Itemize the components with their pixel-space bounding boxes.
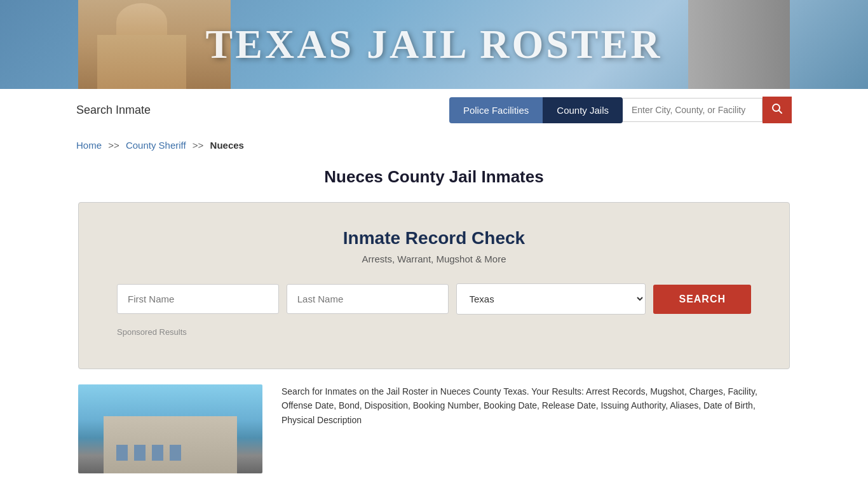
sponsored-label: Sponsored Results (117, 327, 751, 337)
search-icon (771, 103, 783, 114)
nav-right: Police Facilities County Jails (449, 97, 792, 123)
facility-search-button[interactable] (763, 97, 792, 123)
county-jails-button[interactable]: County Jails (543, 97, 623, 123)
police-facilities-button[interactable]: Police Facilities (449, 97, 543, 123)
site-title: Texas Jail Roster (206, 21, 663, 68)
building-windows (116, 445, 181, 461)
breadcrumb: Home >> County Sheriff >> Nueces (0, 131, 868, 159)
state-select[interactable]: AlabamaAlaskaArizonaArkansasCaliforniaCo… (456, 283, 646, 315)
breadcrumb-current: Nueces (210, 140, 244, 151)
last-name-input[interactable] (287, 284, 449, 314)
record-check-subtitle: Arrests, Warrant, Mugshot & More (117, 254, 751, 264)
search-inmate-label: Search Inmate (76, 104, 151, 117)
bottom-section: Search for Inmates on the Jail Roster in… (78, 384, 790, 473)
page-title: Nueces County Jail Inmates (0, 159, 868, 202)
record-check-box: Inmate Record Check Arrests, Warrant, Mu… (78, 202, 790, 369)
nav-bar: Search Inmate Police Facilities County J… (0, 89, 868, 131)
key-image (688, 0, 790, 89)
breadcrumb-home[interactable]: Home (76, 140, 102, 151)
breadcrumb-separator-2: >> (193, 140, 204, 151)
record-check-title: Inmate Record Check (117, 228, 751, 248)
description-text: Search for Inmates on the Jail Roster in… (281, 384, 790, 427)
facility-search-input[interactable] (623, 98, 763, 122)
breadcrumb-separator-1: >> (108, 140, 119, 151)
header-banner: Texas Jail Roster (0, 0, 868, 89)
record-check-form: AlabamaAlaskaArizonaArkansasCaliforniaCo… (117, 283, 751, 315)
first-name-input[interactable] (117, 284, 279, 314)
building-image (78, 384, 262, 473)
inmate-search-button[interactable]: SEARCH (653, 285, 751, 314)
breadcrumb-county-sheriff[interactable]: County Sheriff (126, 140, 186, 151)
svg-line-1 (779, 111, 782, 114)
